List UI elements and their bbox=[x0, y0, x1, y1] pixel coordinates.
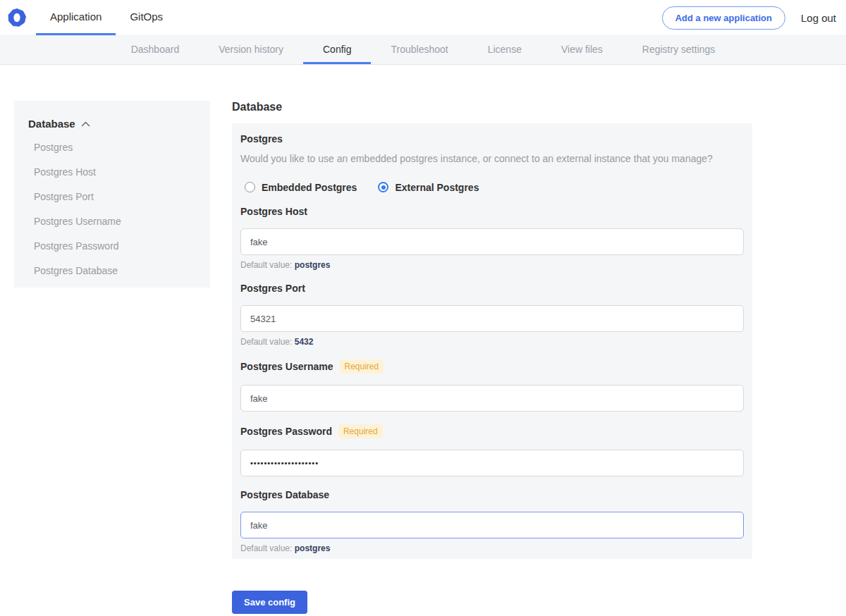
field-postgres-port: Postgres Port Default value: 5432 bbox=[240, 283, 744, 347]
sidebar-item-postgres-username[interactable]: Postgres Username bbox=[28, 215, 203, 228]
tab-version-history-label: Version history bbox=[219, 44, 283, 55]
tab-view-files[interactable]: View files bbox=[541, 36, 623, 64]
tab-registry-settings-label: Registry settings bbox=[642, 44, 715, 55]
app-logo bbox=[0, 0, 36, 35]
replicated-logo-icon bbox=[8, 8, 26, 27]
config-sidebar: Database Postgres Postgres Host Postgres… bbox=[14, 101, 210, 288]
page-title: Database bbox=[232, 101, 752, 113]
tab-license[interactable]: License bbox=[468, 36, 541, 64]
sidebar-item-postgres[interactable]: Postgres bbox=[28, 141, 203, 154]
postgres-host-input[interactable] bbox=[240, 228, 744, 255]
radio-external-postgres-label: External Postgres bbox=[395, 182, 479, 193]
logout-link[interactable]: Log out bbox=[801, 12, 836, 24]
tab-dashboard-label: Dashboard bbox=[131, 44, 180, 55]
tab-view-files-label: View files bbox=[561, 44, 603, 55]
postgres-host-label: Postgres Host bbox=[240, 206, 307, 217]
postgres-database-label: Postgres Database bbox=[240, 489, 329, 500]
postgres-host-default: Default value: postgres bbox=[240, 261, 744, 270]
header-right: Add a new application Log out bbox=[662, 0, 846, 35]
postgres-database-input[interactable] bbox=[240, 512, 744, 538]
config-group-panel: Postgres Would you like to use an embedd… bbox=[232, 123, 752, 559]
sidebar-item-postgres-database[interactable]: Postgres Database bbox=[28, 264, 203, 278]
tab-registry-settings[interactable]: Registry settings bbox=[623, 36, 735, 64]
tab-license-label: License bbox=[488, 44, 522, 55]
radio-embedded-postgres-control[interactable] bbox=[245, 182, 255, 192]
default-prefix: Default value: bbox=[240, 337, 292, 347]
tab-troubleshoot[interactable]: Troubleshoot bbox=[371, 36, 467, 64]
sidebar-group-label: Database bbox=[28, 118, 75, 130]
postgres-username-label: Postgres Username bbox=[240, 361, 333, 372]
tab-troubleshoot-label: Troubleshoot bbox=[391, 44, 448, 55]
field-postgres-username: Postgres Username Required bbox=[240, 359, 744, 412]
app-subnav: Dashboard Version history Config Trouble… bbox=[0, 36, 846, 65]
radio-external-postgres-control[interactable] bbox=[378, 182, 388, 192]
header-tabs: Application GitOps bbox=[36, 0, 177, 35]
default-prefix: Default value: bbox=[240, 260, 292, 270]
group-description: Would you like to use an embedded postgr… bbox=[240, 153, 744, 165]
sidebar-item-postgres-host[interactable]: Postgres Host bbox=[28, 166, 203, 179]
postgres-port-label: Postgres Port bbox=[240, 283, 305, 294]
tab-gitops[interactable]: GitOps bbox=[116, 0, 177, 35]
sidebar-item-postgres-password[interactable]: Postgres Password bbox=[28, 240, 203, 253]
default-prefix: Default value: bbox=[240, 543, 292, 553]
required-badge: Required bbox=[338, 424, 383, 438]
default-value: 5432 bbox=[295, 337, 314, 347]
postgres-port-default: Default value: 5432 bbox=[240, 338, 744, 347]
tab-config-label: Config bbox=[323, 44, 351, 55]
group-name: Postgres bbox=[240, 134, 744, 144]
sidebar-group-database[interactable]: Database bbox=[28, 118, 203, 130]
required-badge: Required bbox=[340, 359, 384, 374]
tab-dashboard[interactable]: Dashboard bbox=[111, 36, 200, 64]
radio-external-postgres[interactable]: External Postgres bbox=[378, 182, 479, 193]
postgres-password-label: Postgres Password bbox=[240, 426, 332, 437]
tab-application[interactable]: Application bbox=[36, 0, 116, 35]
add-new-application-button[interactable]: Add a new application bbox=[662, 6, 785, 30]
config-main: Database Postgres Would you like to use … bbox=[232, 101, 752, 614]
tab-application-label: Application bbox=[50, 11, 102, 23]
tab-gitops-label: GitOps bbox=[130, 11, 163, 23]
top-header: Application GitOps Add a new application… bbox=[0, 0, 846, 36]
sidebar-item-postgres-port[interactable]: Postgres Port bbox=[28, 190, 203, 204]
radio-embedded-postgres[interactable]: Embedded Postgres bbox=[245, 182, 357, 193]
postgres-database-default: Default value: postgres bbox=[240, 544, 744, 553]
save-config-button[interactable]: Save config bbox=[232, 591, 307, 614]
postgres-password-input[interactable] bbox=[240, 450, 744, 476]
default-value: postgres bbox=[295, 260, 331, 270]
tab-config[interactable]: Config bbox=[303, 36, 371, 64]
field-postgres-password: Postgres Password Required bbox=[240, 424, 744, 476]
field-postgres-host: Postgres Host Default value: postgres bbox=[240, 206, 744, 270]
default-value: postgres bbox=[295, 543, 331, 553]
postgres-type-radio-group: Embedded Postgres External Postgres bbox=[245, 181, 744, 193]
postgres-username-input[interactable] bbox=[240, 385, 744, 412]
config-page: Database Postgres Postgres Host Postgres… bbox=[0, 101, 846, 614]
chevron-up-icon bbox=[81, 121, 90, 127]
postgres-port-input[interactable] bbox=[240, 305, 744, 332]
tab-version-history[interactable]: Version history bbox=[199, 36, 303, 64]
field-postgres-database: Postgres Database Default value: postgre… bbox=[240, 489, 744, 553]
radio-embedded-postgres-label: Embedded Postgres bbox=[262, 182, 357, 193]
